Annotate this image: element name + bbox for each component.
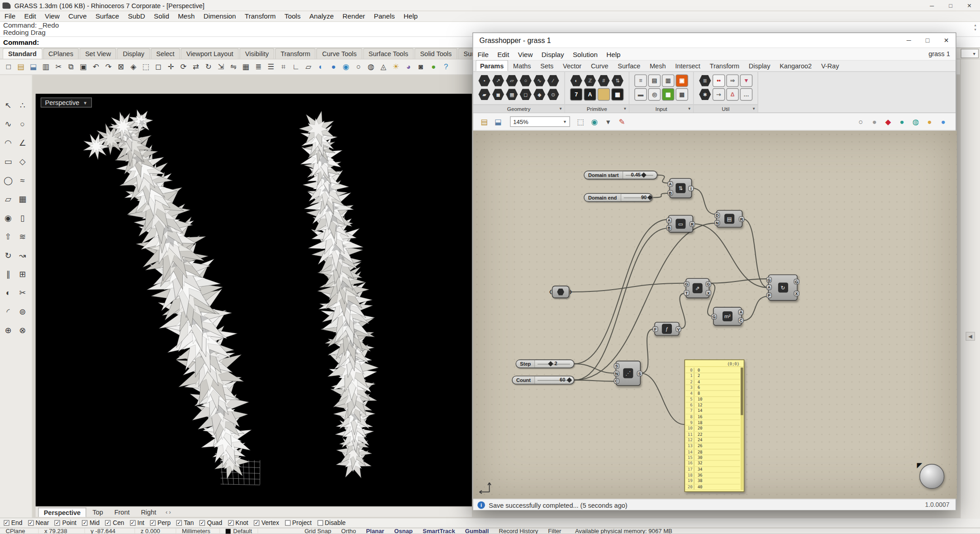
gh-minimize-button[interactable]: ─ bbox=[899, 33, 918, 48]
slider-grip[interactable] bbox=[548, 361, 553, 367]
cluster-icon[interactable]: ▼ bbox=[740, 74, 753, 87]
status-toggle-filter[interactable]: Filter bbox=[543, 528, 566, 534]
print-icon[interactable]: ▥ bbox=[40, 61, 52, 73]
gh-tab-v-ray[interactable]: V-Ray bbox=[817, 60, 843, 72]
rhino-menu-edit[interactable]: Edit bbox=[20, 13, 41, 20]
cut-icon[interactable]: ✂ bbox=[52, 61, 64, 73]
fitness-icon[interactable]: … bbox=[740, 88, 753, 101]
spotlight-icon[interactable]: ◬ bbox=[377, 61, 389, 73]
domain-param-icon[interactable]: ⇅ bbox=[611, 74, 624, 87]
output-port-i[interactable]: I bbox=[688, 186, 694, 191]
md-slider-icon[interactable]: ▦ bbox=[662, 88, 675, 101]
toolbar-tab-standard[interactable]: Standard bbox=[3, 48, 43, 58]
rotate-icon[interactable]: ↻ bbox=[203, 61, 214, 73]
galapagos-icon[interactable]: Δ bbox=[726, 88, 739, 101]
input-port-g[interactable]: G bbox=[711, 314, 717, 319]
pipe-icon[interactable]: ∥ bbox=[1, 267, 14, 281]
select-icon[interactable]: ◈ bbox=[128, 61, 139, 73]
trigger-icon[interactable]: ⇢ bbox=[713, 88, 725, 101]
division-component[interactable]: AB▭R bbox=[668, 215, 693, 233]
rhino-menu-tools[interactable]: Tools bbox=[280, 13, 305, 20]
circle-icon[interactable]: ○ bbox=[16, 118, 29, 131]
extrude-icon[interactable]: ⇧ bbox=[1, 230, 14, 243]
viewport-tab-perspective[interactable]: Perspective bbox=[38, 507, 86, 517]
slider-count[interactable]: Count60 bbox=[512, 376, 574, 384]
osnap-disable[interactable]: Disable bbox=[317, 520, 346, 526]
explode-icon[interactable]: ⊗ bbox=[16, 324, 29, 337]
zoom-window-icon[interactable]: ◻ bbox=[152, 61, 164, 73]
slider-grip[interactable] bbox=[642, 172, 647, 178]
panel-icon[interactable]: ▤ bbox=[648, 74, 661, 87]
slider-domain-end[interactable]: Domain end90 bbox=[584, 193, 652, 202]
osnap-quad[interactable]: ✓Quad bbox=[200, 520, 222, 526]
status-toggle-smarttrack[interactable]: SmartTrack bbox=[418, 528, 460, 534]
ghosted-display-icon[interactable]: ◍ bbox=[365, 61, 377, 73]
surface-param-icon[interactable]: ▰ bbox=[478, 88, 491, 101]
wireframe-display-icon[interactable]: ○ bbox=[352, 61, 364, 73]
status-toggle-planar[interactable]: Planar bbox=[361, 528, 389, 534]
text-param-icon[interactable]: A bbox=[584, 88, 596, 101]
panel-scrollbar[interactable] bbox=[741, 367, 743, 490]
osnap-perp[interactable]: ✓Perp bbox=[150, 520, 171, 526]
points-icon[interactable]: ∴ bbox=[16, 99, 29, 112]
viewport-label[interactable]: Perspective ▼ bbox=[41, 97, 92, 107]
paste-icon[interactable]: ▣ bbox=[77, 61, 89, 73]
toolbar-tab-surface-tools[interactable]: Surface Tools bbox=[363, 48, 414, 58]
input-port-a[interactable]: A bbox=[766, 285, 772, 290]
rotate-view-icon[interactable]: ⟳ bbox=[177, 61, 189, 73]
data-dam-icon[interactable]: ⇒ bbox=[726, 74, 739, 87]
ortho-icon[interactable]: ∟ bbox=[290, 61, 302, 73]
new-file-icon[interactable]: □ bbox=[3, 61, 14, 73]
pan-icon[interactable]: ✛ bbox=[165, 61, 177, 73]
input-port-n[interactable]: N bbox=[614, 370, 619, 376]
brep-param-icon[interactable]: ◼ bbox=[492, 88, 504, 101]
osnap-checkbox-project[interactable] bbox=[285, 520, 290, 525]
input-port-b[interactable]: B bbox=[666, 225, 672, 230]
osnap-knot[interactable]: ✓Knot bbox=[228, 520, 248, 526]
rhino-menu-surface[interactable]: Surface bbox=[91, 13, 124, 20]
geometry-param[interactable] bbox=[552, 286, 570, 298]
number-slider-icon[interactable]: ≡ bbox=[634, 74, 647, 87]
grasshopper-canvas[interactable]: ◤ Domain start0.45Domain end90Step2Count… bbox=[473, 131, 957, 499]
gem-preview-icon[interactable]: ◆ bbox=[882, 115, 894, 128]
loft-icon[interactable]: ≋ bbox=[16, 230, 29, 243]
input-port-g[interactable]: G bbox=[684, 281, 689, 286]
right-panel-dropdown[interactable]: ▼ bbox=[961, 49, 979, 58]
osnap-cen[interactable]: ✓Cen bbox=[105, 520, 124, 526]
plane-param-icon[interactable]: ▱ bbox=[506, 74, 519, 87]
slider-track[interactable]: 2 bbox=[535, 360, 574, 368]
slider-domain-start[interactable]: Domain start0.45 bbox=[584, 171, 657, 179]
move-component[interactable]: GT⇗GX bbox=[685, 278, 709, 298]
button-icon[interactable]: ▣ bbox=[676, 74, 688, 87]
toolbar-tab-visibility[interactable]: Visibility bbox=[239, 48, 274, 58]
rhino-menu-mesh[interactable]: Mesh bbox=[174, 13, 200, 20]
output-port-x[interactable]: X bbox=[706, 290, 711, 295]
ribbon-group-label[interactable]: Primitive▼ bbox=[565, 105, 629, 113]
osnap-vertex[interactable]: ✓Vertex bbox=[254, 520, 279, 526]
gh-menu-display[interactable]: Display bbox=[537, 50, 568, 58]
raytraced-display-icon[interactable]: ◉ bbox=[340, 61, 352, 73]
range-component[interactable]: DN▤R bbox=[716, 210, 742, 228]
osnap-checkbox-vertex[interactable]: ✓ bbox=[254, 520, 259, 525]
grid-snap-icon[interactable]: ⌗ bbox=[277, 61, 289, 73]
relay-icon[interactable]: ≣ bbox=[699, 74, 711, 87]
rhino-menu-render[interactable]: Render bbox=[338, 13, 369, 20]
output-port-g[interactable]: G bbox=[794, 279, 799, 284]
data-panel[interactable]: {0;0}00122436485106127148169181020112212… bbox=[685, 359, 745, 492]
box-param-icon[interactable]: ◻ bbox=[519, 88, 532, 101]
output-port-x[interactable]: X bbox=[794, 291, 799, 296]
help-icon[interactable]: ? bbox=[440, 61, 452, 73]
toolbar-tab-solid-tools[interactable]: Solid Tools bbox=[414, 48, 457, 58]
gh-tab-vector[interactable]: Vector bbox=[558, 60, 585, 72]
gh-tab-kangaroo2[interactable]: Kangaroo2 bbox=[775, 60, 816, 72]
material-icon[interactable]: ◕ bbox=[403, 61, 414, 73]
input-port-f[interactable]: F bbox=[652, 326, 658, 331]
input-port-d[interactable]: D bbox=[714, 212, 720, 218]
curve-param-icon[interactable]: ∿ bbox=[533, 74, 546, 87]
viewport-tab-top[interactable]: Top bbox=[87, 507, 108, 517]
open-file-icon[interactable]: ▤ bbox=[15, 61, 27, 73]
osnap-checkbox-point[interactable]: ✓ bbox=[55, 520, 60, 525]
toolbar-tab-set-view[interactable]: Set View bbox=[80, 48, 117, 58]
osnap-checkbox-disable[interactable] bbox=[317, 520, 323, 525]
ribbon-group-label[interactable]: Input▼ bbox=[629, 105, 693, 113]
